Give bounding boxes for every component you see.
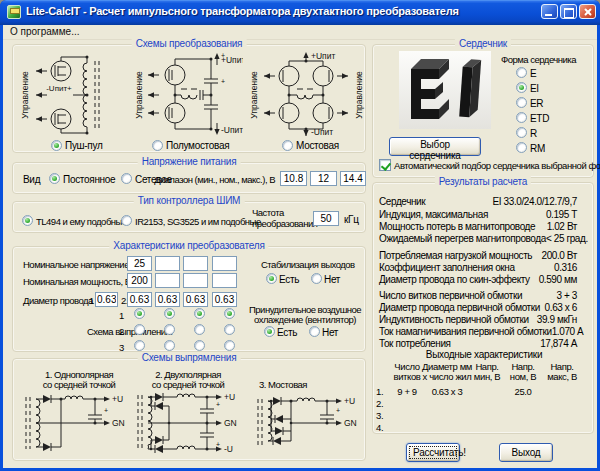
cooling-yes-radio[interactable] xyxy=(264,326,275,337)
close-button[interactable] xyxy=(579,4,596,19)
core-shape-label-rm[interactable]: RM xyxy=(530,143,545,154)
stabilization-no-label[interactable]: Нет xyxy=(324,274,340,285)
core-shape-label-etd[interactable]: ETD xyxy=(530,113,549,124)
pwm-tl494-radio[interactable] xyxy=(22,215,33,226)
calculate-button[interactable]: Рассчитать! xyxy=(406,443,460,462)
pwm-tl494-label[interactable]: TL494 и ему подобные xyxy=(36,216,127,227)
title-bar[interactable]: Lite-CalcIT - Расчет импульсного трансфо… xyxy=(0,0,600,25)
half-bridge-schematic: ++ +Uпит -Uпит Управление xyxy=(131,49,243,137)
scheme-radio-half-bridge[interactable] xyxy=(152,140,163,151)
wire-diameter-primary-input[interactable] xyxy=(95,292,118,307)
supply-ac-radio[interactable] xyxy=(121,173,132,184)
bridge-vminus-label: -Uпит xyxy=(311,127,333,137)
rectifier-scheme-radio-r2c1[interactable] xyxy=(134,324,145,335)
scheme-label-half-bridge[interactable]: Полумостовая xyxy=(166,140,229,151)
power-out3-input[interactable] xyxy=(183,273,208,288)
cooling-no-label[interactable]: Нет xyxy=(322,327,338,338)
core-shape-label-er[interactable]: ER xyxy=(530,98,543,109)
rectifier-scheme-radio-r1c1[interactable] xyxy=(134,308,145,319)
wire-diameter-col1-label: 1 xyxy=(89,295,94,306)
menu-about[interactable]: О программе... xyxy=(10,26,80,37)
core-shape-radio-r[interactable] xyxy=(516,127,527,138)
rectifier-scheme-radio-r1c2[interactable] xyxy=(164,308,175,319)
stabilization-yes-radio[interactable] xyxy=(266,273,277,284)
rectifier-scheme-radio-r3c2[interactable] xyxy=(164,340,175,351)
scheme-radio-push-pull[interactable] xyxy=(51,140,62,151)
rectifier2-plus-label: +U xyxy=(224,392,235,402)
stabilization-no-radio[interactable] xyxy=(311,273,322,284)
result-skin-diameter: Диаметр провода по скин-эффекту0.590 мм xyxy=(379,274,577,285)
voltage-out2-input[interactable] xyxy=(155,256,180,271)
minimize-button[interactable] xyxy=(541,4,558,19)
pwm-ir2153-label[interactable]: IR2153, SG3525 и им подобные xyxy=(135,216,261,227)
rectifier-scheme-label: Схема выпрямления: xyxy=(87,326,172,337)
supply-vmin-input[interactable] xyxy=(280,171,307,186)
rectifier-scheme-radio-r2c2[interactable] xyxy=(164,324,175,335)
scheme-radio-bridge[interactable] xyxy=(282,140,293,151)
pwm-frequency-unit: кГц xyxy=(344,214,359,225)
diameter-out2-input[interactable] xyxy=(155,292,180,307)
maximize-button[interactable] xyxy=(560,4,577,19)
rectifier-scheme-radio-r1c4[interactable] xyxy=(224,308,235,319)
rectifier2-minus-label: -U xyxy=(224,444,233,454)
group-results: Результаты расчета СердечникEI 33.0/24.0… xyxy=(372,182,594,434)
result-primary-turns: Число витков первичной обмотки3 + 3 xyxy=(379,290,577,301)
core-shape-label-e[interactable]: E xyxy=(530,68,536,79)
exit-button[interactable]: Выход xyxy=(499,443,553,462)
group-results-title: Результаты расчета xyxy=(435,176,531,187)
pwm-frequency-input[interactable] xyxy=(313,211,339,226)
supply-dc-label[interactable]: Постоянное xyxy=(63,174,115,185)
rectifier-scheme-radio-r3c1[interactable] xyxy=(134,340,145,351)
half-bridge-vminus-label: -Uпит xyxy=(221,125,243,135)
core-shape-radio-ei[interactable] xyxy=(516,82,527,93)
cooling-yes-label[interactable]: Есть xyxy=(277,327,297,338)
power-out2-input[interactable] xyxy=(155,273,180,288)
rectifier-scheme-radio-r3c3[interactable] xyxy=(194,340,205,351)
core-shape-radio-er[interactable] xyxy=(516,97,527,108)
core-shape-radio-etd[interactable] xyxy=(516,112,527,123)
supply-vmax-input[interactable] xyxy=(340,171,366,186)
core-select-button[interactable]: Выбор сердечника xyxy=(389,137,481,156)
voltage-out3-input[interactable] xyxy=(183,256,208,271)
diameter-out3-input[interactable] xyxy=(183,292,208,307)
table-row3-number: 3. xyxy=(376,410,390,421)
group-pwm-controller-title: Тип контроллера ШИМ xyxy=(134,195,245,206)
voltage-out1-input[interactable] xyxy=(127,256,152,271)
rectifier3-plus-label: +U xyxy=(344,396,355,406)
app-icon[interactable] xyxy=(7,5,21,19)
table-row2-number: 2. xyxy=(376,398,390,409)
voltage-out4-input[interactable] xyxy=(212,256,237,271)
bridge-control-right-label: Управление xyxy=(354,71,364,119)
stabilization-yes-label[interactable]: Есть xyxy=(279,274,299,285)
result-primary-diameter: Диаметр провода первичной обмотки0.63 x … xyxy=(379,302,577,313)
rectifier1-schematic: + +U GND xyxy=(21,391,125,455)
diameter-out1-input[interactable] xyxy=(127,292,152,307)
diameter-out4-input[interactable] xyxy=(212,292,237,307)
supply-vnom-input[interactable] xyxy=(310,171,337,186)
result-primary-inductance: Индуктивность первичной обмотки39.9 мкГн xyxy=(379,314,577,325)
cooling-no-radio[interactable] xyxy=(309,326,320,337)
rectifier-scheme-radio-r2c4[interactable] xyxy=(224,324,235,335)
scheme-label-push-pull[interactable]: Пуш-пул xyxy=(65,140,102,151)
group-supply-voltage-title: Напряжение питания xyxy=(138,156,241,167)
rectifier-row3-label: 3 xyxy=(119,342,124,353)
pwm-ir2153-radio[interactable] xyxy=(121,215,132,226)
rectifier-scheme-radio-r3c4[interactable] xyxy=(224,340,235,351)
wire-diameter-label: Диаметр провода xyxy=(23,295,93,306)
rectifier-scheme-radio-r2c3[interactable] xyxy=(194,324,205,335)
supply-dc-radio[interactable] xyxy=(49,173,60,184)
scheme-label-bridge[interactable]: Мостовая xyxy=(296,140,339,151)
auto-core-checkbox[interactable] xyxy=(379,159,391,171)
result-consumption-current: Ток потребления17,874 А xyxy=(379,338,577,349)
group-converter-characteristics: Характеристики преобразователя Номинальн… xyxy=(12,246,366,352)
core-shape-label-r[interactable]: R xyxy=(530,128,537,139)
core-shape-radio-rm[interactable] xyxy=(516,142,527,153)
rectifier-scheme-radio-r1c3[interactable] xyxy=(194,308,205,319)
auto-core-label[interactable]: Автоматический подбор сердечника выбранн… xyxy=(394,160,600,171)
half-bridge-control-label: Управление xyxy=(134,71,144,119)
power-out1-input[interactable] xyxy=(127,273,152,288)
power-out4-input[interactable] xyxy=(212,273,237,288)
rectifier3-label: 3. Мостовая xyxy=(241,379,325,390)
core-shape-radio-e[interactable] xyxy=(516,67,527,78)
core-shape-label-ei[interactable]: EI xyxy=(530,83,539,94)
